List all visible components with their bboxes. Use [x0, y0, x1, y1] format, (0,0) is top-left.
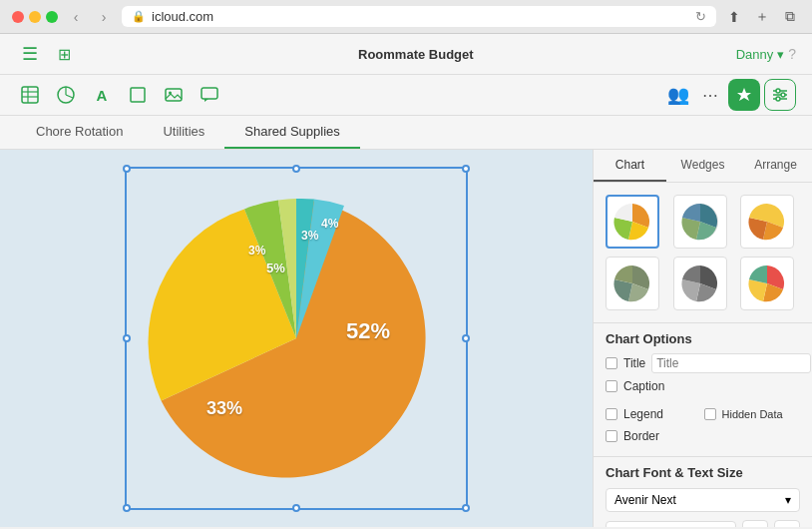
user-info[interactable]: Danny ▾ ? — [736, 46, 796, 62]
toolbar-chart-icon[interactable] — [52, 81, 80, 109]
menu-button[interactable]: ☰ — [16, 40, 44, 68]
title-input[interactable] — [651, 353, 811, 373]
sheet-tabs: Chore Rotation Utilities Shared Supplies — [0, 116, 812, 150]
minimize-button[interactable] — [29, 11, 41, 23]
svg-rect-5 — [131, 88, 145, 102]
chart-styles — [594, 183, 812, 322]
panel-tab-arrange[interactable]: Arrange — [739, 150, 812, 182]
maximize-button[interactable] — [46, 11, 58, 23]
border-checkbox[interactable] — [606, 430, 617, 442]
font-style-value: Regular — [614, 526, 656, 527]
chart-style-4[interactable] — [606, 257, 659, 310]
main-content: 52% 33% 5% 3% 3% 4% Chart Wedges Arrange — [0, 150, 812, 527]
font-style-dropdown[interactable]: Regular ▾ — [606, 521, 736, 527]
tab-shared-supplies[interactable]: Shared Supplies — [224, 116, 359, 149]
tab-chore-rotation[interactable]: Chore Rotation — [16, 116, 143, 149]
font-size-increase-button[interactable]: A — [774, 520, 800, 527]
chart-style-2[interactable] — [673, 195, 727, 249]
toolbar-shape-icon[interactable] — [124, 81, 152, 109]
toolbar-text-icon[interactable]: A — [88, 81, 116, 109]
panel-tabs: Chart Wedges Arrange — [594, 150, 812, 183]
caption-option-row: Caption — [594, 376, 812, 396]
font-dropdown-chevron: ▾ — [785, 493, 791, 507]
app-header: ☰ ⊞ Roommate Budget Danny ▾ ? — [0, 34, 812, 75]
svg-rect-0 — [22, 87, 38, 103]
pie-chart[interactable]: 52% 33% 5% 3% 3% 4% — [147, 189, 446, 488]
pie-svg — [147, 189, 446, 488]
title-option-row: Title — [594, 350, 812, 376]
lock-icon: 🔒 — [132, 10, 146, 23]
legend-checkbox[interactable] — [606, 408, 617, 420]
resize-handle-tl[interactable] — [123, 165, 131, 173]
resize-handle-bl[interactable] — [123, 504, 131, 512]
hidden-data-checkbox[interactable] — [704, 408, 716, 420]
new-tab-button[interactable]: ＋ — [752, 7, 772, 27]
chart-style-3[interactable] — [740, 195, 794, 249]
svg-rect-6 — [166, 89, 182, 101]
font-name-dropdown[interactable]: Avenir Next ▾ — [606, 488, 800, 512]
tab-utilities[interactable]: Utilities — [143, 116, 224, 149]
browser-chrome: ‹ › 🔒 icloud.com ↻ ⬆ ＋ ⧉ — [0, 0, 812, 34]
browser-titlebar: ‹ › 🔒 icloud.com ↻ ⬆ ＋ ⧉ — [0, 0, 812, 33]
font-style-row: Regular ▾ A A — [594, 516, 812, 527]
url-text: icloud.com — [152, 9, 213, 24]
font-size-decrease-button[interactable]: A — [742, 520, 768, 527]
legend-option-row: Legend — [606, 404, 702, 424]
panel-tab-chart[interactable]: Chart — [594, 150, 666, 182]
toolbar-comment-icon[interactable] — [196, 81, 223, 109]
back-button[interactable]: ‹ — [66, 7, 86, 27]
close-button[interactable] — [12, 11, 24, 23]
hidden-data-label: Hidden Data — [722, 408, 783, 420]
user-chevron: ▾ — [777, 47, 784, 62]
title-checkbox[interactable] — [606, 357, 617, 369]
toolbar-right: 👥 ⋯ — [664, 79, 796, 111]
font-name-value: Avenir Next — [614, 493, 676, 507]
chart-selection-box[interactable]: 52% 33% 5% 3% 3% 4% — [125, 167, 468, 510]
app-title: Roommate Budget — [96, 47, 736, 62]
toolbar-image-icon[interactable] — [160, 81, 188, 109]
address-bar[interactable]: 🔒 icloud.com ↻ — [122, 6, 716, 27]
svg-point-13 — [781, 93, 785, 97]
svg-point-14 — [776, 97, 780, 101]
username: Danny — [736, 47, 774, 62]
resize-handle-mr[interactable] — [462, 334, 470, 342]
border-label: Border — [623, 429, 659, 443]
caption-label: Caption — [623, 379, 664, 393]
tabs-button[interactable]: ⧉ — [780, 7, 800, 27]
font-style-chevron: ▾ — [721, 526, 727, 527]
collaborate-icon[interactable]: 👥 — [664, 81, 692, 109]
resize-handle-br[interactable] — [462, 504, 470, 512]
format-panel-button[interactable] — [764, 79, 796, 111]
toolbar-table-icon[interactable] — [16, 81, 44, 109]
hidden-data-option-row: Hidden Data — [704, 404, 801, 424]
toolbar: A 👥 ⋯ — [0, 75, 812, 116]
right-panel: Chart Wedges Arrange — [593, 150, 812, 527]
chart-style-5[interactable] — [673, 257, 727, 310]
resize-handle-tr[interactable] — [462, 165, 470, 173]
active-tool-button[interactable] — [728, 79, 760, 111]
forward-button[interactable]: › — [94, 7, 114, 27]
grid-button[interactable]: ⊞ — [50, 40, 78, 68]
refresh-icon[interactable]: ↻ — [695, 9, 706, 24]
two-col-options: Legend Hidden Data Border — [594, 404, 812, 446]
resize-handle-ml[interactable] — [123, 334, 131, 342]
border-option-row: Border — [606, 426, 702, 446]
share-button[interactable]: ⬆ — [724, 7, 744, 27]
more-options-icon[interactable]: ⋯ — [696, 81, 724, 109]
chart-style-1[interactable] — [606, 195, 659, 249]
svg-point-12 — [776, 89, 780, 93]
help-icon[interactable]: ? — [788, 46, 796, 62]
legend-label: Legend — [623, 407, 663, 421]
resize-handle-bm[interactable] — [292, 504, 300, 512]
panel-tab-wedges[interactable]: Wedges — [666, 150, 739, 182]
title-label: Title — [623, 356, 645, 370]
chart-style-6[interactable] — [740, 257, 794, 310]
font-section-header: Chart Font & Text Size — [594, 456, 812, 484]
svg-rect-8 — [202, 88, 217, 99]
chart-area[interactable]: 52% 33% 5% 3% 3% 4% — [0, 150, 593, 527]
resize-handle-tm[interactable] — [292, 165, 300, 173]
caption-checkbox[interactable] — [606, 380, 617, 392]
window-controls — [12, 11, 58, 23]
chart-options-header: Chart Options — [594, 322, 812, 350]
